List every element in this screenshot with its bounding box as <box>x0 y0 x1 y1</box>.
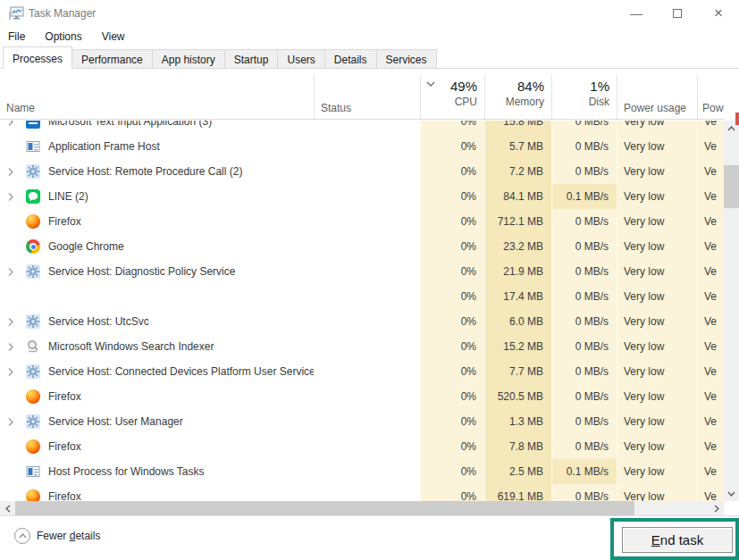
scroll-right-icon[interactable] <box>709 501 724 515</box>
power-usage-cell: Very low <box>617 209 697 234</box>
power-usage-cell: Very low <box>617 284 697 309</box>
expand-chevron-icon[interactable] <box>7 492 20 502</box>
horizontal-scrollbar[interactable] <box>0 501 724 515</box>
tab-app-history[interactable]: App history <box>152 49 225 69</box>
column-header-power-usage-trend[interactable]: Powe <box>697 75 724 119</box>
end-task-button[interactable]: End task <box>622 527 733 553</box>
column-header-disk[interactable]: 1%Disk <box>551 75 617 119</box>
column-header-memory[interactable]: 84%Memory <box>484 75 551 119</box>
expand-chevron-icon[interactable] <box>7 392 20 402</box>
expand-chevron-icon[interactable] <box>7 342 20 352</box>
table-row[interactable]: Firefox 0% 520.5 MB 0 MB/s Very low Ve <box>0 384 724 409</box>
keyboard-icon <box>26 121 40 129</box>
table-row[interactable]: LINE (2) 0% 84.1 MB 0.1 MB/s Very low Ve <box>0 184 724 209</box>
table-row[interactable]: Google Chrome 0% 23.2 MB 0 MB/s Very low… <box>0 234 724 259</box>
process-name-cell: Application Frame Host <box>0 134 314 159</box>
expand-chevron-icon[interactable] <box>7 367 20 377</box>
memory-cell: 15.8 MB <box>484 121 551 134</box>
table-row[interactable]: Firefox 0% 7.8 MB 0 MB/s Very low Ve <box>0 434 724 459</box>
process-name: Microsoft Windows Search Indexer <box>48 340 214 353</box>
cpu-cell: 0% <box>420 459 484 484</box>
column-header-name[interactable]: Name <box>0 75 314 119</box>
chevron-up-circle-icon <box>14 528 30 544</box>
table-row[interactable]: Firefox 0% 619.1 MB 0 MB/s Very low Ve <box>0 484 724 501</box>
table-row[interactable]: Firefox 0% 712.1 MB 0 MB/s Very low Ve <box>0 209 724 234</box>
cpu-cell: 0% <box>420 309 484 334</box>
memory-cell: 712.1 MB <box>484 209 551 234</box>
power-usage-trend-cell: Ve <box>697 359 724 384</box>
status-cell <box>314 209 420 234</box>
tab-performance[interactable]: Performance <box>71 49 153 69</box>
expand-chevron-icon[interactable] <box>7 442 20 452</box>
column-header-power-usage[interactable]: Power usage <box>617 75 697 119</box>
tab-details[interactable]: Details <box>324 49 377 69</box>
minimize-button[interactable]: — <box>616 0 657 27</box>
power-usage-trend-cell: Ve <box>697 209 724 234</box>
fewer-details-toggle[interactable]: Fewer details <box>14 528 100 544</box>
expand-chevron-icon[interactable] <box>7 417 20 427</box>
process-name: Service Host: User Manager <box>48 415 183 428</box>
disk-cell: 0 MB/s <box>551 359 617 384</box>
tab-services[interactable]: Services <box>376 49 437 69</box>
disk-cell: 0 MB/s <box>551 334 617 359</box>
expand-chevron-icon[interactable] <box>7 467 20 477</box>
scroll-left-icon[interactable] <box>0 501 15 515</box>
process-name: Service Host: Remote Procedure Call (2) <box>48 165 242 178</box>
close-icon: × <box>714 4 723 22</box>
cpu-cell: 0% <box>420 184 484 209</box>
status-cell <box>314 309 420 334</box>
process-name: Firefox <box>48 390 81 403</box>
scroll-down-icon[interactable] <box>724 486 739 501</box>
table-row[interactable]: Host Process for Windows Tasks 0% 2.5 MB… <box>0 459 724 484</box>
power-usage-cell: Very low <box>617 359 697 384</box>
table-row[interactable]: Service Host: Connected Devices Platform… <box>0 359 724 384</box>
cpu-cell: 0% <box>420 159 484 184</box>
expand-chevron-icon[interactable] <box>7 192 20 202</box>
expand-chevron-icon[interactable] <box>7 217 20 227</box>
maximize-button[interactable] <box>657 0 698 27</box>
close-button[interactable]: × <box>698 0 739 27</box>
expand-chevron-icon[interactable] <box>7 121 20 127</box>
table-row[interactable]: Microsoft Text Input Application (3) 0% … <box>0 121 724 134</box>
disk-cell: 0.1 MB/s <box>551 459 617 484</box>
table-row[interactable]: Service Host: Diagnostic Policy Service … <box>0 259 724 284</box>
menu-options[interactable]: Options <box>35 30 91 43</box>
process-name: Google Chrome <box>48 240 124 253</box>
memory-cell: 619.1 MB <box>484 484 551 501</box>
memory-cell: 2.5 MB <box>484 459 551 484</box>
tab-processes[interactable]: Processes <box>3 46 72 69</box>
table-row[interactable]: Application Frame Host 0% 5.7 MB 0 MB/s … <box>0 134 724 159</box>
table-row[interactable]: Service Host: UtcSvc 0% 6.0 MB 0 MB/s Ve… <box>0 309 724 334</box>
cpu-cell: 0% <box>420 484 484 501</box>
process-name-cell <box>0 284 314 309</box>
table-row[interactable]: 0% 17.4 MB 0 MB/s Very low Ve <box>0 284 724 309</box>
table-row[interactable]: Microsoft Windows Search Indexer 0% 15.2… <box>0 334 724 359</box>
column-header-status[interactable]: Status <box>314 75 420 119</box>
gear-icon <box>26 414 40 429</box>
horizontal-scrollbar-thumb[interactable] <box>15 501 634 515</box>
power-usage-cell: Very low <box>617 434 697 459</box>
disk-cell: 0 MB/s <box>551 284 617 309</box>
memory-cell: 6.0 MB <box>484 309 551 334</box>
disk-cell: 0 MB/s <box>551 309 617 334</box>
expand-chevron-icon[interactable] <box>7 167 20 177</box>
disk-cell: 0 MB/s <box>551 259 617 284</box>
expand-chevron-icon[interactable] <box>7 317 20 327</box>
expand-chevron-icon[interactable] <box>7 242 20 252</box>
vertical-scrollbar[interactable] <box>724 121 739 501</box>
status-cell <box>314 234 420 259</box>
menu-file[interactable]: File <box>0 30 35 43</box>
menu-view[interactable]: View <box>92 30 135 43</box>
titlebar: Task Manager — × <box>0 0 739 27</box>
gear-icon <box>26 164 40 179</box>
column-header-cpu[interactable]: 49%CPU <box>420 75 484 119</box>
expand-chevron-icon[interactable] <box>7 292 20 302</box>
expand-chevron-icon[interactable] <box>7 267 20 277</box>
table-row[interactable]: Service Host: Remote Procedure Call (2) … <box>0 159 724 184</box>
vertical-scrollbar-thumb[interactable] <box>724 165 739 208</box>
tab-users[interactable]: Users <box>277 49 324 69</box>
power-usage-trend-cell: Ve <box>697 384 724 409</box>
table-row[interactable]: Service Host: User Manager 0% 1.3 MB 0 M… <box>0 409 724 434</box>
expand-chevron-icon[interactable] <box>7 142 20 152</box>
tab-startup[interactable]: Startup <box>224 49 279 69</box>
